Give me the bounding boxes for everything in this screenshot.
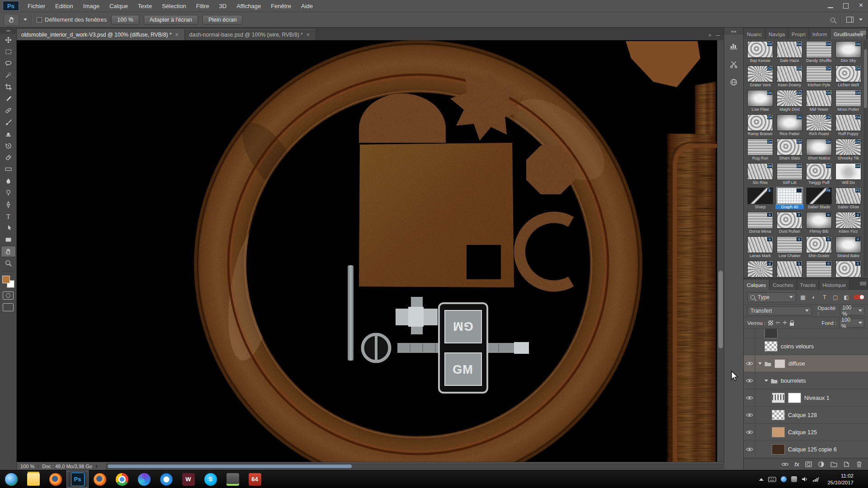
layer-row[interactable]: diffuse (744, 355, 868, 372)
brush-item[interactable]: CH Slo Rise (746, 163, 774, 187)
close-button[interactable] (857, 3, 865, 9)
new-group-button[interactable] (830, 461, 837, 468)
type-tool[interactable] (1, 211, 16, 222)
tab-overflow-icon[interactable]: » (708, 33, 711, 38)
document-tab[interactable]: dash-normal-base.psd @ 100% (wire, RVB/8… (185, 29, 316, 40)
add-mask-button[interactable] (805, 461, 812, 468)
brush-item[interactable]: CH Ruff Puppy (834, 114, 863, 138)
brush-item[interactable]: CH Shreeky Tik (834, 139, 863, 163)
layer-visibility-toggle[interactable] (744, 372, 755, 389)
lock-pixels-icon[interactable]: ✏ (776, 320, 780, 326)
gradient-tool[interactable] (1, 164, 16, 175)
media-player[interactable] (133, 470, 155, 488)
panel-tab[interactable]: Propri (788, 29, 809, 39)
menu-item[interactable]: Fichier (23, 0, 50, 12)
pen-tool[interactable] (1, 199, 16, 210)
layer-visibility-toggle[interactable] (744, 441, 755, 458)
brush-item[interactable]: CH Maghi Divit (775, 90, 804, 114)
shape-filter-icon[interactable]: ▢ (831, 294, 840, 300)
screen-mode-button[interactable] (3, 303, 14, 311)
eraser-tool[interactable] (1, 152, 16, 163)
brush-tool[interactable] (1, 117, 16, 128)
maximize-button[interactable] (842, 3, 850, 9)
layer-row[interactable]: bourrelets (744, 372, 868, 389)
layers-panel-tab[interactable]: Couches (769, 280, 797, 290)
brush-item[interactable]: CH Kitchen Pyle (805, 66, 833, 89)
blur-tool[interactable] (1, 175, 16, 187)
workspace-caret-icon[interactable] (859, 19, 863, 21)
shape-tool[interactable] (1, 234, 16, 245)
brush-panel-scrollbar[interactable] (863, 40, 868, 277)
color-swatches[interactable] (2, 276, 14, 288)
layer-row[interactable]: Niveaux 1 (744, 389, 868, 407)
quick-selection-tool[interactable] (1, 70, 16, 81)
panel-tab[interactable]: Naviga (765, 29, 788, 39)
current-tool-preset[interactable] (4, 14, 19, 26)
keyboard-layout-icon[interactable] (768, 477, 776, 482)
brush-item[interactable]: CH Low Flaw (746, 90, 774, 114)
brush-item[interactable]: G Strand Bake (834, 236, 863, 260)
layer-visibility-toggle[interactable] (744, 355, 755, 372)
layer-filter-select[interactable]: Type (747, 292, 796, 302)
path-selection-tool[interactable] (1, 222, 16, 234)
layer-visibility-toggle[interactable] (744, 329, 755, 338)
layers-panel-menu-icon[interactable] (860, 281, 866, 286)
close-icon[interactable] (307, 32, 311, 38)
winamp[interactable]: W (177, 470, 199, 488)
explorer[interactable] (22, 470, 44, 488)
foreground-color-swatch[interactable] (2, 276, 10, 283)
chrome[interactable] (111, 470, 133, 488)
start-button[interactable] (0, 470, 22, 488)
scissors-panel-icon[interactable] (727, 57, 741, 71)
pixel-filter-icon[interactable]: ▦ (799, 294, 807, 300)
brush-item[interactable]: CH Short Notice (805, 139, 833, 163)
layer-row[interactable]: Calque 125 (744, 424, 868, 441)
update-tray-icon[interactable] (781, 476, 787, 482)
vertical-scrollbar-thumb[interactable] (718, 271, 723, 348)
adjustment-filter-icon[interactable]: ◐ (810, 294, 818, 300)
layers-panel-tab[interactable]: Tracés (797, 280, 820, 290)
marquee-tool[interactable] (1, 46, 16, 57)
layer-thumbnail[interactable] (774, 359, 785, 368)
close-icon[interactable] (175, 32, 180, 38)
layer-thumbnail[interactable] (772, 444, 785, 455)
brush-item[interactable]: G (805, 261, 833, 278)
fill-field[interactable]: 100 % (839, 319, 864, 328)
fit-screen-button[interactable]: Adapter à l'écran (144, 15, 198, 25)
layer-mask-thumbnail[interactable] (788, 393, 801, 403)
brush-item[interactable]: G Flimsy Bib (805, 212, 833, 236)
sphere-panel-icon[interactable] (727, 75, 741, 89)
layer-visibility-toggle[interactable] (744, 389, 755, 406)
search-icon[interactable] (830, 18, 835, 22)
brush-item[interactable]: E Sharp (746, 188, 774, 211)
blend-mode-select[interactable]: Transfert (747, 306, 812, 315)
chevron-down-icon[interactable] (764, 380, 768, 382)
brush-item[interactable]: CH Sham Slats (775, 139, 804, 163)
brush-item[interactable]: CH Ramp Braiser (746, 114, 774, 138)
brush-item[interactable]: G Low Chatter (775, 236, 804, 260)
layer-row[interactable]: Calque 128 (744, 407, 868, 424)
brush-item[interactable]: CH Stiff Litt (775, 163, 804, 187)
panel-menu-icon[interactable] (860, 30, 866, 35)
brush-panel-scrollbar-thumb[interactable] (864, 49, 867, 108)
quick-mask-button[interactable] (3, 291, 14, 300)
link-layers-button[interactable] (782, 461, 788, 468)
layer-row[interactable]: coins velours (744, 338, 868, 355)
brush-item[interactable]: CH Grater Vent (746, 66, 774, 89)
brush-item[interactable]: Graph 40 (775, 188, 804, 211)
brush-item[interactable]: CH Lichen Well (834, 66, 863, 89)
expand-panels-icon[interactable]: «« (724, 28, 743, 35)
skype[interactable]: S (199, 470, 222, 488)
healing-tool[interactable] (1, 105, 16, 116)
brush-item[interactable]: CH Rug Run (746, 139, 774, 163)
menu-item[interactable]: Affichage (231, 0, 266, 12)
horizontal-scrollbar[interactable] (106, 464, 723, 469)
brush-item[interactable]: CH Will Do (834, 163, 863, 187)
minimize-button[interactable] (826, 3, 835, 9)
layer-visibility-toggle[interactable] (744, 424, 755, 441)
brush-item[interactable]: CH Mid Yewer (805, 90, 833, 114)
network-icon[interactable] (812, 477, 819, 482)
layer-row[interactable]: Calque 125 copie 6 (744, 441, 868, 458)
volume-icon[interactable] (802, 476, 808, 482)
panel-tab[interactable]: Inform (809, 29, 831, 39)
